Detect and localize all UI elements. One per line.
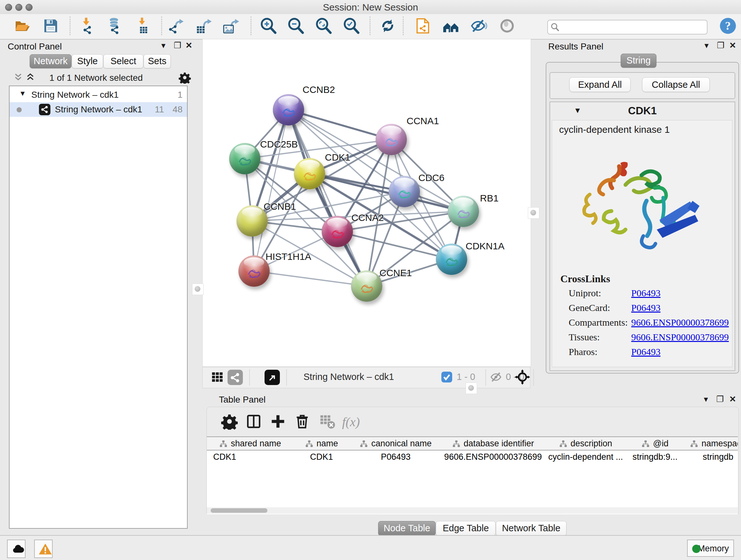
birdseye-grid-button[interactable] bbox=[208, 370, 224, 385]
cell-canonical-name[interactable]: P06493 bbox=[349, 450, 442, 463]
cell-namespace[interactable]: stringdb bbox=[683, 450, 738, 463]
string-home-button[interactable] bbox=[442, 17, 460, 36]
table-panel-close-button[interactable]: ✕ bbox=[726, 393, 740, 406]
network-collection-row[interactable]: ▼ String Network – cdk1 1 bbox=[10, 87, 187, 102]
import-network-from-database-button[interactable] bbox=[105, 17, 124, 36]
export-table-button[interactable] bbox=[195, 17, 213, 36]
expand-all-button[interactable]: Expand All bbox=[569, 77, 630, 92]
network-edge[interactable] bbox=[254, 271, 367, 286]
bottom-splitter-handle[interactable] bbox=[466, 382, 477, 394]
column-header-namespace[interactable]: namespace bbox=[683, 437, 738, 450]
crosslink-link[interactable]: P06493 bbox=[631, 347, 661, 357]
scrollbar-thumb[interactable] bbox=[211, 508, 267, 513]
zoom-selected-button[interactable] bbox=[342, 17, 360, 36]
fit-selected-button[interactable] bbox=[513, 369, 529, 386]
network-node-RB1[interactable] bbox=[448, 196, 479, 227]
crosslink-link[interactable]: P06493 bbox=[631, 302, 661, 313]
right-splitter-handle[interactable] bbox=[528, 207, 539, 219]
tab-node-table[interactable]: Node Table bbox=[378, 521, 435, 536]
titlebar: Session: New Session bbox=[0, 0, 741, 14]
results-panel-menu-button[interactable]: ▾ bbox=[699, 39, 714, 52]
control-panel-close-button[interactable]: ✕ bbox=[182, 39, 196, 52]
network-node-CCNE1[interactable] bbox=[351, 270, 382, 302]
left-splitter-handle[interactable] bbox=[192, 284, 204, 295]
control-panel-menu-button[interactable]: ▾ bbox=[156, 39, 171, 52]
network-node-CCNB1[interactable] bbox=[237, 205, 268, 237]
zoom-out-button[interactable] bbox=[286, 17, 305, 36]
cell-name[interactable]: CDK1 bbox=[293, 450, 349, 463]
cell--id[interactable]: stringdb:9... bbox=[627, 450, 683, 463]
collapse-all-button[interactable]: Collapse All bbox=[642, 77, 710, 92]
crosslink-link[interactable]: 9606.ENSP00000378699 bbox=[631, 332, 729, 343]
search-input[interactable] bbox=[562, 21, 704, 32]
open-in-window-button[interactable] bbox=[265, 370, 280, 385]
column-header--id[interactable]: @id bbox=[627, 437, 683, 450]
network-node-CDKN1A[interactable] bbox=[436, 244, 467, 275]
export-image-button[interactable] bbox=[222, 17, 241, 36]
show-all-button[interactable] bbox=[498, 17, 516, 36]
column-header-description[interactable]: description bbox=[544, 437, 627, 450]
tab-style[interactable]: Style bbox=[72, 54, 103, 68]
network-node-HIST1H1A[interactable] bbox=[239, 255, 270, 287]
import-table-from-file-button[interactable] bbox=[134, 17, 152, 36]
crosslink-link[interactable]: P06493 bbox=[631, 288, 661, 299]
cell-database-identifier[interactable]: 9606.ENSP00000378699 bbox=[442, 450, 544, 463]
delete-table-button[interactable] bbox=[319, 413, 336, 431]
help-button[interactable]: ? bbox=[719, 17, 737, 36]
crosslink-link[interactable]: 9606.ENSP00000378699 bbox=[631, 317, 729, 328]
network-options-gear-button[interactable] bbox=[177, 71, 191, 85]
tab-select[interactable]: Select bbox=[104, 54, 143, 68]
cell-description[interactable]: cyclin-dependent ... bbox=[544, 450, 627, 463]
open-session-button[interactable] bbox=[13, 17, 32, 36]
import-network-from-file-button[interactable] bbox=[78, 17, 97, 36]
cell-shared-name[interactable]: CDK1 bbox=[207, 450, 293, 463]
network-node-CDC25B[interactable] bbox=[229, 143, 260, 174]
warnings-button[interactable] bbox=[34, 540, 53, 558]
hide-selected-button[interactable] bbox=[470, 17, 488, 36]
network-node-CDK1[interactable] bbox=[294, 158, 325, 189]
selected-checkbox-icon[interactable] bbox=[441, 372, 452, 382]
table-panel-float-button[interactable]: ❐ bbox=[713, 393, 727, 406]
memory-button[interactable]: Memory bbox=[687, 540, 734, 557]
tab-network[interactable]: Network bbox=[30, 54, 71, 68]
network-node-CCNB2[interactable] bbox=[273, 94, 304, 125]
show-columns-button[interactable] bbox=[245, 413, 262, 431]
network-node-CCNA1[interactable] bbox=[376, 124, 407, 155]
crosslink-label: Pharos: bbox=[569, 347, 597, 357]
export-network-button[interactable] bbox=[167, 17, 186, 36]
delete-column-button[interactable] bbox=[293, 413, 311, 431]
toolbar-separator bbox=[161, 17, 162, 35]
tab-string[interactable]: String bbox=[621, 54, 657, 68]
control-panel: Control Panel ▾ ❐ ✕ Network Style Select… bbox=[3, 39, 189, 535]
tab-sets[interactable]: Sets bbox=[144, 54, 171, 68]
gray-eye-icon bbox=[498, 17, 516, 35]
zoom-in-button[interactable] bbox=[259, 17, 278, 36]
results-panel-close-button[interactable]: ✕ bbox=[726, 39, 740, 52]
function-builder-button[interactable]: f(x) bbox=[342, 413, 359, 431]
node-label-CDKN1A: CDKN1A bbox=[466, 241, 504, 252]
table-settings-button[interactable] bbox=[221, 413, 238, 431]
zoom-fit-button[interactable] bbox=[314, 17, 333, 36]
tab-network-table[interactable]: Network Table bbox=[496, 521, 566, 536]
main-toolbar: ? bbox=[0, 14, 741, 40]
column-header-database-identifier[interactable]: database identifier bbox=[442, 437, 544, 450]
save-session-button[interactable] bbox=[42, 17, 60, 36]
share-network-button[interactable] bbox=[227, 370, 243, 385]
refresh-view-button[interactable] bbox=[379, 17, 397, 36]
column-header-name[interactable]: name bbox=[293, 437, 350, 450]
collection-expander-icon[interactable]: ▼ bbox=[19, 86, 26, 101]
toolbar-separator bbox=[403, 17, 404, 35]
network-canvas[interactable]: CCNB2CCNA1CDC25BCDK1CDC6RB1CCNB1CCNA2CDK… bbox=[202, 39, 531, 367]
cloud-status-button[interactable] bbox=[7, 540, 25, 558]
column-header-canonical-name[interactable]: canonical name bbox=[349, 437, 442, 450]
table-panel-menu-button[interactable]: ▾ bbox=[699, 393, 713, 406]
network-edge[interactable] bbox=[254, 110, 288, 271]
network-node-CDC6[interactable] bbox=[389, 176, 420, 207]
create-column-button[interactable] bbox=[269, 413, 286, 431]
network-node-CCNA2[interactable] bbox=[322, 216, 353, 247]
column-header-shared-name[interactable]: shared name bbox=[207, 437, 294, 450]
network-row[interactable]: String Network – cdk1 11 48 bbox=[10, 102, 187, 117]
tab-edge-table[interactable]: Edge Table bbox=[436, 521, 495, 536]
import-string-network-button[interactable] bbox=[414, 17, 432, 36]
gene-entry-header[interactable]: ▼ CDK1 bbox=[550, 102, 735, 120]
